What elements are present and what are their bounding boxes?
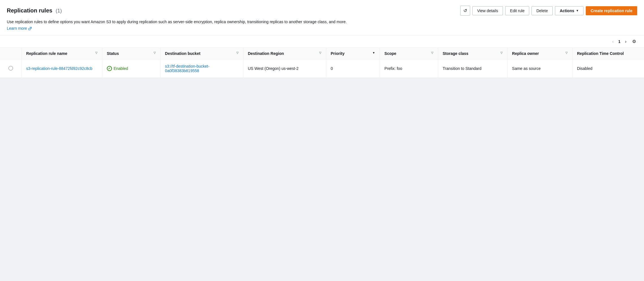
current-page: 1 [618, 39, 621, 44]
row-select-radio[interactable] [8, 66, 13, 70]
table-header-row: Replication rule name ▽ Status ▽ [0, 48, 644, 59]
create-replication-rule-button[interactable]: Create replication rule [586, 6, 637, 15]
th-scope[interactable]: Scope ▽ [380, 48, 438, 59]
learn-more-link[interactable]: Learn more [7, 26, 32, 31]
row-rtc: Disabled [572, 59, 644, 78]
th-rtc: Replication Time Control [572, 48, 644, 59]
view-details-button[interactable]: View details [472, 6, 503, 15]
table-wrapper: Replication rule name ▽ Status ▽ [0, 48, 644, 78]
th-storage-class[interactable]: Storage class ▽ [438, 48, 507, 59]
th-replica-owner[interactable]: Replica owner ▽ [507, 48, 572, 59]
status-enabled: ✓ Enabled [107, 66, 156, 71]
row-rule-name: s3-replication-rule-88472fd92c92c8cb [21, 59, 102, 78]
edit-rule-button[interactable]: Edit rule [505, 6, 529, 15]
toolbar: ↺ View details Edit rule Delete Actions … [460, 6, 637, 16]
row-dest-region: US West (Oregon) us-west-2 [243, 59, 326, 78]
dest-bucket-link[interactable]: s3://tf-destination-bucket-0a0f38383b819… [165, 64, 209, 73]
th-priority[interactable]: Priority ▼ [326, 48, 380, 59]
sort-icon-storage: ▽ [500, 51, 503, 54]
external-link-icon [28, 27, 32, 30]
gear-icon: ⚙ [632, 39, 636, 44]
row-replica-owner: Same as source [507, 59, 572, 78]
pagination-bar: ‹ 1 › ⚙ [0, 35, 644, 48]
sort-icon-status: ▽ [154, 51, 156, 54]
sort-icon-name: ▽ [95, 51, 98, 54]
description-text: Use replication rules to define options … [7, 19, 637, 25]
prev-page-button[interactable]: ‹ [610, 38, 616, 45]
row-checkbox-cell[interactable] [0, 59, 21, 78]
page-container: Replication rules (1) ↺ View details Edi… [0, 0, 644, 78]
delete-button[interactable]: Delete [531, 6, 552, 15]
next-page-button[interactable]: › [623, 38, 629, 45]
chevron-down-icon: ▼ [576, 9, 579, 12]
row-status: ✓ Enabled [102, 59, 160, 78]
sort-icon-scope: ▽ [431, 51, 433, 54]
replication-rules-table: Replication rule name ▽ Status ▽ [0, 48, 644, 78]
actions-button[interactable]: Actions ▼ [555, 6, 584, 15]
th-checkbox [0, 48, 21, 59]
th-status[interactable]: Status ▽ [102, 48, 160, 59]
table-row: s3-replication-rule-88472fd92c92c8cb ✓ E… [0, 59, 644, 78]
sort-icon-replica: ▽ [565, 51, 568, 54]
row-scope: Prefix: foo [380, 59, 438, 78]
sort-icon-priority: ▼ [372, 51, 375, 54]
title-area: Replication rules (1) [7, 7, 457, 14]
refresh-button[interactable]: ↺ [460, 6, 470, 16]
row-priority: 0 [326, 59, 380, 78]
sort-icon-dest-bucket: ▽ [236, 51, 239, 54]
sort-icon-dest-region: ▽ [319, 51, 321, 54]
status-enabled-icon: ✓ [107, 66, 112, 71]
row-dest-bucket: s3://tf-destination-bucket-0a0f38383b819… [160, 59, 243, 78]
rule-name-link[interactable]: s3-replication-rule-88472fd92c92c8cb [26, 66, 92, 71]
table-section: Replication rule name ▽ Status ▽ [0, 48, 644, 78]
th-dest-region[interactable]: Destination Region ▽ [243, 48, 326, 59]
svg-line-1 [30, 27, 31, 29]
refresh-icon: ↺ [463, 8, 467, 13]
page-title: Replication rules (1) [7, 7, 62, 14]
table-settings-button[interactable]: ⚙ [631, 38, 637, 45]
header-section: Replication rules (1) ↺ View details Edi… [0, 0, 644, 35]
th-rule-name[interactable]: Replication rule name ▽ [21, 48, 102, 59]
header-top: Replication rules (1) ↺ View details Edi… [7, 6, 637, 16]
row-storage-class: Transition to Standard [438, 59, 507, 78]
th-dest-bucket[interactable]: Destination bucket ▽ [160, 48, 243, 59]
